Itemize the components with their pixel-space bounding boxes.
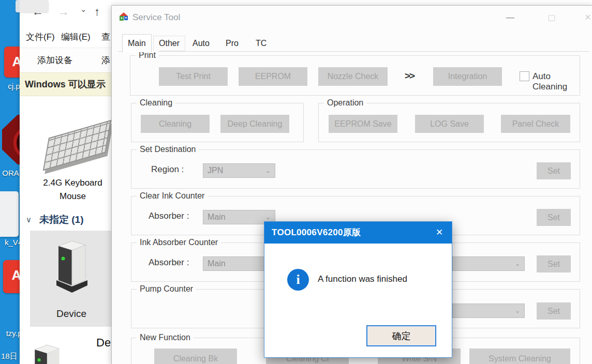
menu-edit[interactable]: 编辑(E) xyxy=(61,31,91,43)
forward-icon[interactable]: → xyxy=(58,6,69,18)
group-label: Cleaning xyxy=(137,98,175,108)
background-window-fragment xyxy=(0,191,19,237)
partial-device-label: De xyxy=(96,336,111,350)
close-button[interactable]: ✕ xyxy=(580,11,592,24)
auto-cleaning-checkbox[interactable] xyxy=(520,71,529,81)
info-icon: i xyxy=(287,269,309,291)
tab-auto[interactable]: Auto xyxy=(187,36,215,51)
section-chevron-icon[interactable]: ∨ xyxy=(26,215,32,224)
up-icon[interactable]: ↑ xyxy=(94,6,100,18)
group-cleaning: Cleaning Cleaning Deep Cleaning xyxy=(131,103,304,142)
group-label: Operation xyxy=(324,98,366,108)
minimize-button[interactable]: — xyxy=(502,11,518,24)
eeprom-save-button[interactable]: EEPROM Save xyxy=(329,115,397,133)
tab-pro[interactable]: Pro xyxy=(220,36,244,51)
group-label: Ink Absorber Counter xyxy=(137,238,221,247)
notice-text: Windows 可以显示 xyxy=(25,78,106,90)
combo-chevron-icon: ⌄ xyxy=(515,260,520,267)
region-label: Region : xyxy=(151,164,184,175)
maximize-button[interactable]: ▢ xyxy=(544,11,559,24)
device-tile[interactable]: Device xyxy=(30,231,113,327)
combo-chevron-icon: ⌄ xyxy=(265,167,271,174)
app-icon xyxy=(118,11,129,22)
integration-button[interactable]: Integration xyxy=(433,67,502,86)
screen-artifact xyxy=(16,0,49,12)
dialog-close-icon[interactable]: ✕ xyxy=(432,226,447,239)
window-title: Service Tool xyxy=(132,12,180,23)
set-destination-set-button[interactable]: Set xyxy=(537,162,571,179)
group-operation: Operation EEPROM Save LOG Save Panel Che… xyxy=(318,103,580,142)
absorber-label: Absorber : xyxy=(149,211,189,221)
group-label: Pump Counter xyxy=(137,284,196,294)
add-printer-button[interactable]: 添 xyxy=(101,54,110,66)
clear-ink-combo-value: Main xyxy=(208,213,226,222)
ok-button[interactable]: 确定 xyxy=(366,325,436,346)
device-box-icon xyxy=(54,236,88,297)
deep-cleaning-button[interactable]: Deep Cleaning xyxy=(220,115,289,133)
group-label: Set Destination xyxy=(137,145,199,154)
add-device-button[interactable]: 添加设备 xyxy=(37,54,72,66)
menu-file[interactable]: 文件(F) xyxy=(26,31,55,43)
device-tile-label: Device xyxy=(30,308,113,320)
cleaning-button[interactable]: Cleaning xyxy=(141,115,210,133)
dialog-title: TOOL0006V6200原版 xyxy=(272,226,361,238)
device-box-icon-2[interactable] xyxy=(31,340,62,364)
log-save-button[interactable]: LOG Save xyxy=(415,115,484,133)
menu-view[interactable]: 查 xyxy=(101,31,110,43)
group-label: Clear Ink Counter xyxy=(137,191,208,201)
group-set-destination: Set Destination Region : JPN ⌄ Set xyxy=(131,149,580,189)
region-combo-value: JPN xyxy=(208,166,223,175)
keyboard-image[interactable] xyxy=(43,120,111,171)
clear-ink-set-button[interactable]: Set xyxy=(537,209,571,226)
cleaning-bk-button[interactable]: Cleaning Bk xyxy=(154,348,237,364)
region-combo[interactable]: JPN ⌄ xyxy=(203,163,275,178)
nozzle-check-button[interactable]: Nozzle Check xyxy=(318,67,388,86)
message-dialog: TOOL0006V6200原版 ✕ i A function was finis… xyxy=(264,221,452,358)
dialog-message: A function was finished xyxy=(318,274,407,284)
screen: A cj.p ORAN k_V4 A tzy.p 18日 ← → ⌄ ↑ 文件(… xyxy=(0,0,592,364)
auto-cleaning-label: Auto Cleaning xyxy=(532,71,580,92)
ink-absorber-combo-value: Main xyxy=(208,259,226,268)
pump-counter-set-button[interactable]: Set xyxy=(537,302,571,320)
absorber-label: Absorber : xyxy=(149,257,189,268)
ink-absorber-value-combo[interactable]: ⌄ xyxy=(452,256,525,271)
system-cleaning-button[interactable]: System Cleaning xyxy=(469,348,570,364)
combo-chevron-icon: ⌄ xyxy=(265,214,271,221)
eeprom-button[interactable]: EEPROM xyxy=(239,67,307,86)
chevron-down-icon[interactable]: ⌄ xyxy=(80,5,87,13)
tab-tc[interactable]: TC xyxy=(250,36,272,51)
tab-divider xyxy=(118,51,589,52)
combo-chevron-icon: ⌄ xyxy=(515,307,520,314)
group-label: New Function xyxy=(137,333,194,342)
tab-main[interactable]: Main xyxy=(122,34,152,52)
device-name-line2: Mouse xyxy=(20,191,126,202)
section-unspecified[interactable]: 未指定 (1) xyxy=(39,213,84,226)
group-print: Print Test Print EEPROM Nozzle Check >> … xyxy=(130,55,580,96)
dialog-titlebar: TOOL0006V6200原版 ✕ xyxy=(264,222,452,244)
panel-check-button[interactable]: Panel Check xyxy=(501,115,570,133)
chevron-right-icon: >> xyxy=(405,70,414,82)
tab-other[interactable]: Other xyxy=(153,36,185,51)
test-print-button[interactable]: Test Print xyxy=(159,67,228,86)
pump-counter-combo[interactable]: ⌄ xyxy=(452,304,525,318)
device-name-line1: 2.4G Keyboard xyxy=(20,178,126,188)
ink-absorber-set-button[interactable]: Set xyxy=(537,255,571,272)
